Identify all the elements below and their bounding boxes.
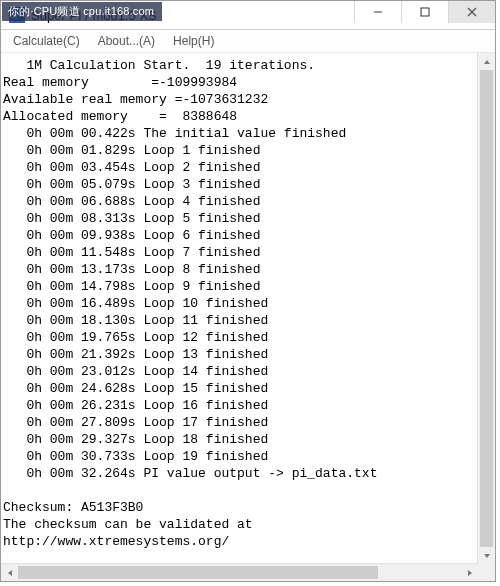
menu-calculate[interactable]: Calculate(C): [5, 32, 90, 50]
app-window: 你的·CPU频道 cpu.it168.com π Super PI / mod1…: [0, 0, 496, 582]
svg-marker-8: [8, 570, 12, 576]
vertical-scrollbar[interactable]: [477, 53, 495, 564]
svg-marker-7: [484, 554, 490, 558]
close-button[interactable]: [448, 1, 495, 23]
scrollbar-corner: [478, 564, 495, 581]
scroll-up-button[interactable]: [478, 53, 495, 70]
svg-marker-6: [484, 60, 490, 64]
menu-help[interactable]: Help(H): [165, 32, 224, 50]
window-controls: [354, 1, 495, 23]
content-area: 1M Calculation Start. 19 iterations. Rea…: [1, 53, 495, 581]
minimize-button[interactable]: [354, 1, 401, 23]
horizontal-scroll-track[interactable]: [18, 564, 461, 581]
maximize-button[interactable]: [401, 1, 448, 23]
horizontal-scrollbar[interactable]: [1, 563, 478, 581]
svg-rect-3: [421, 8, 429, 16]
vertical-scroll-thumb[interactable]: [480, 70, 493, 547]
vertical-scroll-track[interactable]: [478, 70, 495, 547]
menu-about[interactable]: About...(A): [90, 32, 165, 50]
scroll-left-button[interactable]: [1, 564, 18, 581]
watermark: 你的·CPU频道 cpu.it168.com: [2, 2, 162, 21]
scroll-down-button[interactable]: [478, 547, 495, 564]
svg-marker-9: [468, 570, 472, 576]
scroll-right-button[interactable]: [461, 564, 478, 581]
horizontal-scroll-thumb[interactable]: [18, 566, 378, 579]
menubar: Calculate(C) About...(A) Help(H): [1, 30, 495, 53]
output-text: 1M Calculation Start. 19 iterations. Rea…: [1, 53, 495, 550]
